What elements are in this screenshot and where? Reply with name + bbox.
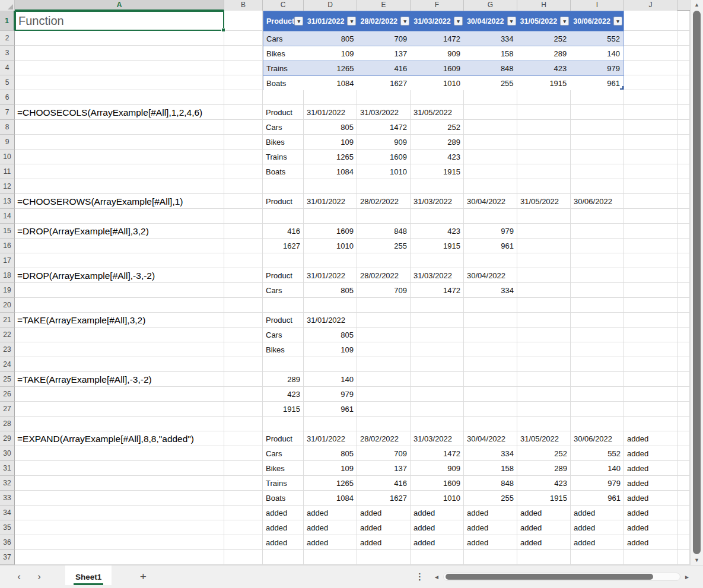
cell-i32[interactable]: 979 bbox=[571, 476, 624, 491]
cell-h13[interactable]: 31/05/2022 bbox=[517, 194, 571, 209]
column-header-c[interactable]: C bbox=[263, 0, 304, 11]
row-header-16[interactable]: 16 bbox=[0, 239, 15, 253]
select-all-corner[interactable] bbox=[0, 0, 15, 11]
cell-j34[interactable]: added bbox=[624, 506, 677, 520]
cell-f18[interactable]: 31/03/2022 bbox=[411, 268, 464, 283]
vertical-scrollbar[interactable]: ▲ ▼ bbox=[690, 0, 703, 565]
row-header-30[interactable]: 30 bbox=[0, 446, 15, 461]
cell-e30[interactable]: 709 bbox=[357, 446, 411, 461]
row-header-33[interactable]: 33 bbox=[0, 491, 15, 506]
table-header-cell[interactable]: 28/02/2022▾ bbox=[357, 11, 411, 31]
cell-j30[interactable]: added bbox=[624, 446, 677, 461]
cell-d33[interactable]: 1084 bbox=[304, 491, 357, 506]
table-header-cell[interactable]: 30/04/2022▾ bbox=[464, 11, 517, 31]
cell-g18[interactable]: 30/04/2022 bbox=[464, 268, 517, 283]
table-cell[interactable]: 158 bbox=[464, 46, 517, 61]
cell-e10[interactable]: 1609 bbox=[357, 150, 411, 164]
scroll-up-icon[interactable]: ▲ bbox=[691, 0, 703, 9]
row-header-10[interactable]: 10 bbox=[0, 150, 15, 164]
cell-i30[interactable]: 552 bbox=[571, 446, 624, 461]
row-header-32[interactable]: 32 bbox=[0, 476, 15, 491]
cell-g33[interactable]: 255 bbox=[464, 491, 517, 506]
cell-f32[interactable]: 1609 bbox=[411, 476, 464, 491]
cell-d19[interactable]: 805 bbox=[304, 283, 357, 298]
cell-f30[interactable]: 1472 bbox=[411, 446, 464, 461]
table-cell[interactable]: 1084 bbox=[304, 75, 358, 90]
cell-e34[interactable]: added bbox=[357, 506, 411, 520]
cell-e7[interactable]: 31/03/2022 bbox=[357, 105, 411, 120]
row-header-35[interactable]: 35 bbox=[0, 520, 15, 535]
cell-j29[interactable]: added bbox=[624, 431, 677, 446]
table-cell[interactable]: 979 bbox=[570, 61, 624, 75]
cell-c22[interactable]: Cars bbox=[263, 328, 304, 342]
row-header-2[interactable]: 2 bbox=[0, 31, 15, 46]
cell-c25[interactable]: 289 bbox=[263, 372, 304, 387]
cell-h32[interactable]: 423 bbox=[517, 476, 571, 491]
formula-cell-a7[interactable]: =CHOOSECOLS(ArrayExample[#All],1,2,4,6) bbox=[15, 105, 202, 120]
cell-d13[interactable]: 31/01/2022 bbox=[304, 194, 357, 209]
cell-d29[interactable]: 31/01/2022 bbox=[304, 431, 357, 446]
scrollbar-drag-handle[interactable]: ⋮ bbox=[415, 571, 424, 582]
cell-c30[interactable]: Cars bbox=[263, 446, 304, 461]
column-header-h[interactable]: H bbox=[517, 0, 571, 11]
sheet-canvas[interactable]: =CHOOSECOLS(ArrayExample[#All],1,2,4,6)=… bbox=[15, 11, 690, 565]
cell-e13[interactable]: 28/02/2022 bbox=[357, 194, 411, 209]
cell-f11[interactable]: 1915 bbox=[411, 164, 464, 179]
table-cell[interactable]: 289 bbox=[517, 46, 571, 61]
cell-c7[interactable]: Product bbox=[263, 105, 304, 120]
row-header-24[interactable]: 24 bbox=[0, 357, 15, 372]
table-cell[interactable]: Trains bbox=[263, 61, 304, 75]
table-cell[interactable]: 137 bbox=[357, 46, 411, 61]
cell-g19[interactable]: 334 bbox=[464, 283, 517, 298]
table-cell[interactable]: Boats bbox=[263, 75, 304, 90]
formula-cell-a18[interactable]: =DROP(ArrayExample[#All],-3,-2) bbox=[15, 268, 155, 283]
cell-e31[interactable]: 137 bbox=[357, 461, 411, 476]
cell-e32[interactable]: 416 bbox=[357, 476, 411, 491]
table-cell[interactable]: Bikes bbox=[263, 46, 304, 61]
cell-g36[interactable]: added bbox=[464, 535, 517, 550]
cell-c10[interactable]: Trains bbox=[263, 150, 304, 164]
cell-c34[interactable]: added bbox=[263, 506, 304, 520]
cell-f13[interactable]: 31/03/2022 bbox=[411, 194, 464, 209]
table-cell[interactable]: 1609 bbox=[411, 61, 464, 75]
filter-button[interactable]: ▾ bbox=[294, 17, 303, 26]
row-header-14[interactable]: 14 bbox=[0, 209, 15, 224]
table-cell[interactable]: 1265 bbox=[304, 61, 358, 75]
row-header-37[interactable]: 37 bbox=[0, 550, 15, 565]
cell-f16[interactable]: 1915 bbox=[411, 239, 464, 253]
table-cell[interactable]: 961 bbox=[570, 75, 624, 90]
cell-j35[interactable]: added bbox=[624, 520, 677, 535]
formula-cell-a15[interactable]: =DROP(ArrayExample[#All],3,2) bbox=[15, 224, 149, 239]
cell-d16[interactable]: 1010 bbox=[304, 239, 357, 253]
table-header-cell[interactable]: Product▾ bbox=[263, 11, 304, 31]
sheet-tab-sheet1[interactable]: Sheet1 bbox=[65, 565, 112, 585]
row-header-11[interactable]: 11 bbox=[0, 164, 15, 179]
row-header-18[interactable]: 18 bbox=[0, 268, 15, 283]
cell-f29[interactable]: 31/03/2022 bbox=[411, 431, 464, 446]
row-header-3[interactable]: 3 bbox=[0, 46, 15, 61]
cell-f8[interactable]: 252 bbox=[411, 120, 464, 135]
cell-h36[interactable]: added bbox=[517, 535, 571, 550]
row-header-31[interactable]: 31 bbox=[0, 461, 15, 476]
cell-e19[interactable]: 709 bbox=[357, 283, 411, 298]
table-resize-handle[interactable] bbox=[620, 86, 624, 90]
cell-g32[interactable]: 848 bbox=[464, 476, 517, 491]
cell-d15[interactable]: 1609 bbox=[304, 224, 357, 239]
cell-e11[interactable]: 1010 bbox=[357, 164, 411, 179]
cell-c19[interactable]: Cars bbox=[263, 283, 304, 298]
cell-d35[interactable]: added bbox=[304, 520, 357, 535]
row-header-34[interactable]: 34 bbox=[0, 506, 15, 520]
cell-f15[interactable]: 423 bbox=[411, 224, 464, 239]
cell-i35[interactable]: added bbox=[571, 520, 624, 535]
cell-e29[interactable]: 28/02/2022 bbox=[357, 431, 411, 446]
filter-button[interactable]: ▾ bbox=[613, 17, 622, 26]
row-header-22[interactable]: 22 bbox=[0, 328, 15, 342]
table-cell[interactable]: 552 bbox=[570, 31, 624, 46]
cell-c15[interactable]: 416 bbox=[263, 224, 304, 239]
column-header-f[interactable]: F bbox=[411, 0, 464, 11]
cell-e16[interactable]: 255 bbox=[357, 239, 411, 253]
row-header-6[interactable]: 6 bbox=[0, 90, 15, 105]
cell-selection-a1[interactable] bbox=[15, 11, 224, 31]
column-header-g[interactable]: G bbox=[464, 0, 517, 11]
table-cell[interactable]: 109 bbox=[304, 46, 358, 61]
